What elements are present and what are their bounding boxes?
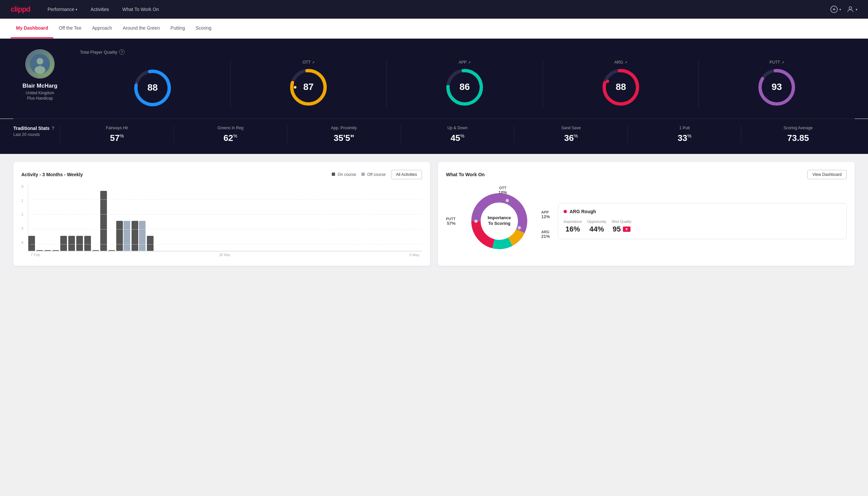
tab-around-the-green[interactable]: Around the Green (117, 19, 165, 38)
svg-text:93: 93 (772, 82, 782, 92)
user-menu-button[interactable]: ▾ (846, 5, 857, 13)
bar-group-7 (76, 236, 83, 251)
quality-title: Total Player Quality ? (80, 49, 855, 55)
stat-sand-save: Sand Save 36% (514, 126, 628, 143)
on-course-dot (332, 173, 335, 176)
bar-group-3 (44, 250, 51, 251)
gauge-putt: PUTT ↗ 93 (699, 60, 855, 108)
donut-label-putt: PUTT 57% (446, 217, 456, 226)
stats-label: Traditional Stats ? Last 20 rounds (13, 126, 60, 137)
logo[interactable]: clippd (11, 5, 30, 14)
svg-point-6 (35, 66, 45, 74)
bar-group-11 (108, 250, 115, 251)
nav-activities[interactable]: Activities (89, 7, 110, 12)
svg-point-30 (474, 219, 478, 223)
add-button[interactable]: ▾ (830, 5, 841, 13)
bar-chart-inner (28, 185, 422, 251)
stat-app-proximity: App. Proximity 35'5" (287, 126, 401, 143)
help-icon[interactable]: ? (119, 49, 125, 55)
tab-approach[interactable]: Approach (86, 19, 117, 38)
stats-period: Last 20 rounds (13, 132, 60, 137)
activity-chart-header: Activity - 3 Months - Weekly On course O… (21, 170, 422, 179)
wtwo-header: What To Work On View Dashboard (446, 170, 847, 179)
bar-group-14 (147, 236, 154, 251)
bar-group-9 (92, 250, 99, 251)
svg-text:Importance: Importance (488, 215, 511, 220)
bar-group-12 (116, 221, 130, 251)
top-navigation: clippd Performance ▾ Activities What To … (0, 0, 868, 19)
nav-right-actions: ▾ ▾ (830, 5, 857, 13)
gauge-arg-label: ARG ↗ (615, 60, 627, 65)
bottom-section: Activity - 3 Months - Weekly On course O… (0, 154, 868, 274)
tab-scoring[interactable]: Scoring (190, 19, 217, 38)
traditional-stats-row: Traditional Stats ? Last 20 rounds Fairw… (0, 119, 868, 154)
donut-label-arg: ARG 21% (541, 230, 550, 239)
player-handicap: Plus Handicap (27, 96, 53, 100)
bar-group-4 (52, 250, 59, 251)
arg-title: ARG Rough (564, 209, 841, 214)
chart-legend: On course Off course (332, 172, 385, 177)
svg-point-32 (518, 226, 521, 230)
hero-section: Blair McHarg United Kingdom Plus Handica… (0, 38, 868, 119)
bar-group-1 (28, 236, 35, 251)
donut-svg: Importance To Scoring (469, 191, 529, 251)
gauge-main-svg: 88 (132, 68, 173, 108)
tab-putting[interactable]: Putting (165, 19, 190, 38)
svg-point-3 (849, 7, 852, 9)
arg-stat-shot-quality: Shot Quality 95 ▼ (612, 219, 632, 233)
wtwo-title: What To Work On (446, 172, 485, 177)
arg-stat-importance: Importance 16% (564, 219, 582, 233)
tabs-bar: My Dashboard Off the Tee Approach Around… (0, 19, 868, 38)
arg-info-card: ARG Rough Importance 16% Opportunity 44%… (558, 203, 847, 239)
svg-point-13 (294, 86, 297, 89)
shot-quality-badge: ▼ (623, 227, 631, 232)
player-card: Blair McHarg United Kingdom Plus Handica… (13, 49, 67, 100)
svg-point-20 (606, 80, 609, 83)
nav-performance[interactable]: Performance ▾ (46, 7, 79, 12)
bar-group-8 (84, 236, 91, 251)
bar-group-13 (131, 221, 145, 251)
avatar (25, 49, 54, 79)
svg-text:88: 88 (147, 82, 158, 93)
gauge-main: 88 (80, 60, 231, 108)
gauge-putt-label: PUTT ↗ (770, 60, 784, 65)
view-dashboard-button[interactable]: View Dashboard (807, 170, 847, 179)
gauge-ott: OTT ↗ 87 (231, 60, 387, 108)
stat-1-putt: 1 Putt 33% (628, 126, 741, 143)
arg-stat-opportunity: Opportunity 44% (587, 219, 606, 233)
gauges-row: 88 OTT ↗ 87 APP ↗ (80, 60, 855, 108)
stats-help-icon[interactable]: ? (52, 126, 54, 131)
bar-group-2 (36, 250, 43, 251)
off-course-dot (361, 173, 365, 176)
svg-text:To Scoring: To Scoring (488, 221, 510, 226)
stat-fairways-hit: Fairways Hit 57% (60, 126, 174, 143)
gauge-ott-label: OTT ↗ (302, 60, 314, 65)
quality-section: Total Player Quality ? 88 OTT ↗ (80, 49, 855, 108)
bar-chart-area: 4 3 2 1 0 (21, 185, 422, 258)
donut-label-app: APP 12% (541, 210, 550, 219)
svg-text:87: 87 (303, 82, 314, 92)
svg-point-31 (506, 199, 509, 202)
svg-point-5 (37, 58, 43, 65)
gauge-app: APP ↗ 86 (387, 60, 543, 108)
activity-chart-title: Activity - 3 Months - Weekly (21, 172, 83, 177)
donut-label-ott: OTT 10% (498, 186, 507, 195)
chart-y-labels: 4 3 2 1 0 (21, 185, 27, 245)
stat-scoring-average: Scoring Average 73.85 (741, 126, 855, 143)
donut-section: PUTT 57% OTT 10% APP 12% ARG 21% (446, 185, 847, 258)
gauge-app-label: APP ↗ (459, 60, 471, 65)
all-activities-button[interactable]: All Activities (391, 170, 422, 179)
nav-what-to-work-on[interactable]: What To Work On (121, 7, 160, 12)
player-name: Blair McHarg (23, 83, 58, 89)
tab-off-the-tee[interactable]: Off the Tee (53, 19, 86, 38)
tab-my-dashboard[interactable]: My Dashboard (11, 19, 53, 38)
svg-text:88: 88 (616, 82, 626, 92)
bar-group-5 (60, 236, 67, 251)
svg-text:86: 86 (459, 82, 470, 92)
arg-stats: Importance 16% Opportunity 44% Shot Qual… (564, 219, 841, 233)
what-to-work-on-card: What To Work On View Dashboard PUTT 57% … (438, 162, 855, 266)
gauge-arg: ARG ↗ 88 (543, 60, 699, 108)
activity-chart-card: Activity - 3 Months - Weekly On course O… (13, 162, 430, 266)
stats-label-title: Traditional Stats ? (13, 126, 60, 131)
bar-group-10 (100, 191, 107, 251)
